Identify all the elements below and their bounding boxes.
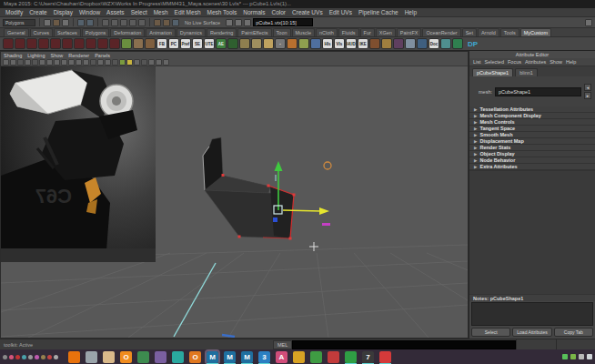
construction-history-icon[interactable] — [172, 19, 179, 26]
shelf-button-icon[interactable]: PC — [168, 38, 179, 49]
shelf-button-icon[interactable] — [227, 38, 238, 49]
snap-surface-icon[interactable] — [138, 19, 146, 26]
taskbar-app-icon[interactable] — [103, 351, 115, 363]
taskbar-app-icon[interactable] — [86, 351, 97, 363]
field-chart-icon[interactable] — [68, 59, 75, 66]
undo-icon[interactable] — [77, 19, 85, 26]
tray-icon[interactable] — [22, 355, 26, 359]
taskbar-app-icon[interactable]: M — [224, 351, 236, 363]
taskbar-app-icon[interactable] — [293, 351, 305, 363]
shaded-icon[interactable] — [97, 59, 104, 66]
render-icon[interactable] — [226, 19, 233, 26]
taskbar-app-icon[interactable] — [328, 351, 339, 363]
menu-item[interactable]: Select — [131, 9, 147, 15]
shelf-button-icon[interactable] — [251, 38, 262, 49]
shelf-button-icon[interactable] — [15, 38, 25, 49]
menu-item[interactable]: Help — [405, 9, 417, 15]
menu-item[interactable]: Assets — [106, 9, 125, 15]
safe-action-icon[interactable] — [76, 59, 82, 66]
attribute-section-row[interactable]: ▶ Render Stats — [469, 145, 595, 151]
gate-mask-icon[interactable] — [61, 59, 67, 66]
taskbar-app-icon[interactable] — [172, 351, 184, 363]
shelf-tab[interactable]: Dynamics — [176, 28, 206, 36]
panel-menu-item[interactable]: Renderer — [68, 53, 89, 58]
shelf-button-icon[interactable] — [145, 38, 156, 49]
attribute-section-row[interactable]: ▶ Extra Attributes — [469, 164, 595, 170]
shelf-button-icon[interactable] — [452, 38, 463, 49]
shelf-tab[interactable]: Arnold — [478, 28, 499, 36]
wireframe-icon[interactable] — [90, 59, 96, 66]
view-grid-icon[interactable] — [39, 59, 45, 66]
attribute-section-row[interactable]: ▶ Object Display — [469, 151, 595, 157]
shelf-tab[interactable]: Tools — [500, 28, 519, 36]
aa-icon[interactable] — [163, 59, 169, 66]
tray-icon[interactable] — [587, 354, 592, 359]
taskbar-app-icon[interactable]: O — [189, 351, 201, 363]
tray-icon[interactable] — [562, 354, 568, 359]
bookmark-icon[interactable] — [25, 59, 31, 66]
menu-item[interactable]: Pipeline Cache — [358, 9, 398, 15]
menu-item[interactable]: Edit UVs — [329, 9, 352, 15]
taskbar-app-icon[interactable]: M — [207, 351, 218, 363]
ae-menu-item[interactable]: Attributes — [525, 59, 546, 65]
ae-menu-item[interactable]: Selected — [485, 59, 504, 65]
shelf-tab[interactable]: Muscle — [292, 28, 315, 36]
shelf-button-icon[interactable] — [287, 38, 298, 49]
shelf-button-icon[interactable] — [310, 38, 321, 49]
shelf-button-icon[interactable]: UTE — [204, 38, 215, 49]
focus-icon[interactable]: ◂ — [584, 84, 591, 91]
ae-action-button[interactable]: Select — [471, 328, 510, 337]
menu-item[interactable]: Window — [79, 9, 100, 15]
shelf-tab[interactable]: Polygons — [82, 28, 110, 36]
shelf-button-icon[interactable] — [369, 38, 380, 49]
menu-item[interactable]: Modify — [5, 9, 23, 15]
taskbar-app-icon[interactable]: 3 — [258, 351, 270, 363]
redo-icon[interactable] — [86, 19, 94, 26]
shelf-dp-label[interactable]: DP — [468, 40, 478, 48]
attribute-section-row[interactable]: ▶ Mesh Controls — [469, 119, 595, 126]
shelf-button-icon[interactable] — [50, 38, 61, 49]
mel-toggle-button[interactable]: MEL — [273, 340, 292, 349]
taskbar-app-icon[interactable] — [379, 351, 391, 363]
menu-item[interactable]: Create — [29, 9, 47, 15]
ae-tab[interactable]: pCubeShape1 — [472, 68, 513, 76]
menu-set-dropdown[interactable]: Polygons — [3, 19, 35, 26]
ae-menu-item[interactable]: Help — [566, 59, 576, 65]
snap-curve-icon[interactable] — [111, 19, 118, 26]
save-scene-icon[interactable] — [62, 19, 69, 26]
tray-icon[interactable] — [47, 355, 52, 359]
menu-item[interactable]: Edit Mesh — [175, 9, 201, 15]
render-settings-icon[interactable] — [244, 19, 251, 26]
shelf-button-icon[interactable]: Pref — [180, 38, 191, 49]
safe-title-icon[interactable] — [83, 59, 89, 66]
menu-item[interactable]: Normals — [243, 9, 265, 15]
notes-textarea[interactable] — [471, 302, 593, 326]
shelf-tab[interactable]: Surfaces — [54, 28, 81, 36]
shelf-button-icon[interactable]: SE — [192, 38, 203, 49]
panel-menu-item[interactable]: Lighting — [27, 53, 45, 58]
shelf-tab[interactable]: Rendering — [207, 28, 237, 36]
shelf-tab[interactable]: nCloth — [316, 28, 338, 36]
menu-item[interactable]: Display — [54, 9, 73, 15]
shelf-button-icon[interactable]: - — [275, 38, 286, 49]
shelf-button-icon[interactable] — [381, 38, 392, 49]
sidebar-toggle-icon[interactable] — [585, 19, 592, 26]
taskbar-app-icon[interactable] — [155, 351, 166, 363]
shelf-button-icon[interactable] — [109, 38, 120, 49]
shelf-tab[interactable]: MyCustom — [520, 28, 551, 36]
isolate-select-icon[interactable] — [134, 59, 140, 66]
taskbar-app-icon[interactable] — [68, 351, 80, 363]
panel-menu-item[interactable]: Shading — [4, 53, 22, 58]
shelf-button-icon[interactable] — [3, 38, 14, 49]
tray-icon[interactable] — [15, 355, 20, 359]
tray-icon[interactable] — [35, 355, 39, 359]
shelf-button-icon[interactable] — [121, 38, 132, 49]
shelf-tab[interactable]: Curves — [30, 28, 53, 36]
attribute-section-row[interactable]: ▶ Mesh Component Display — [469, 113, 595, 119]
ae-action-button[interactable]: Load Attributes — [512, 328, 551, 337]
ae-menu-item[interactable]: Focus — [508, 59, 521, 65]
shelf-button-icon[interactable]: HIs — [322, 38, 333, 49]
attribute-section-row[interactable]: ▶ Tessellation Attributes — [469, 106, 595, 113]
perspective-viewport[interactable]: ShadingLightingShowRendererPanels — [0, 51, 469, 339]
attribute-section-row[interactable]: ▶ Smooth Mesh — [469, 132, 595, 138]
